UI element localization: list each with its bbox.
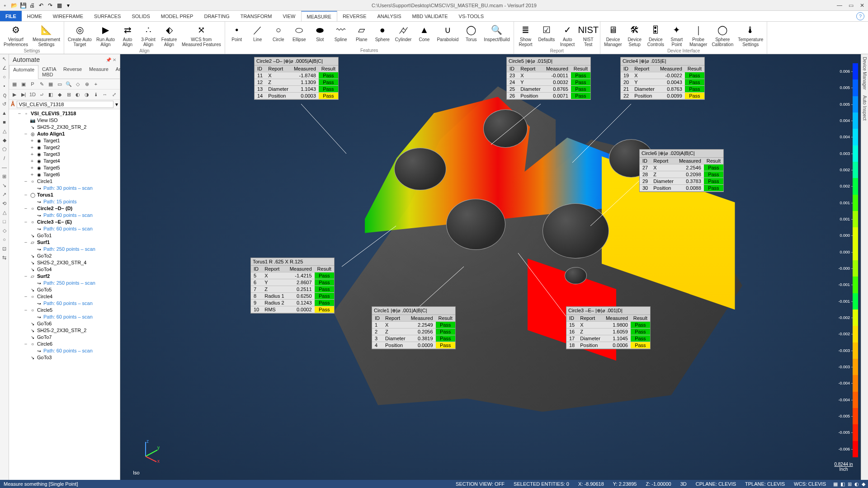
ribbon-paraboloid[interactable]: ∪Paraboloid bbox=[435, 23, 460, 43]
status-icon-1[interactable]: ▦ bbox=[833, 481, 838, 487]
tree-row[interactable]: ↝Path: 250 points – scan bbox=[9, 246, 120, 253]
left-tool-14[interactable]: ↘ bbox=[1, 183, 8, 189]
panel-tb1-btn-1[interactable]: ▣ bbox=[20, 80, 27, 88]
ribbon-cone[interactable]: ▲Cone bbox=[414, 23, 434, 43]
tree-expander-icon[interactable]: − bbox=[24, 192, 28, 198]
tree-row[interactable]: ↘GoTo1 bbox=[9, 232, 120, 239]
tree-expander-icon[interactable]: − bbox=[24, 273, 28, 280]
tree-expander-icon[interactable]: + bbox=[30, 151, 34, 158]
qat-print-icon[interactable]: 🖨 bbox=[29, 2, 35, 9]
status-section[interactable]: SECTION VIEW: OFF bbox=[451, 481, 509, 487]
help-icon[interactable]: ? bbox=[856, 12, 864, 20]
ribbon-nist-test[interactable]: NISTNIST Test bbox=[578, 23, 598, 48]
tree-row[interactable]: 📷View ISO bbox=[9, 117, 120, 124]
panel-tb2-btn-0[interactable]: ▶ bbox=[11, 91, 18, 98]
left-tool-22[interactable]: ⇆ bbox=[1, 255, 8, 261]
left-tool-17[interactable]: △ bbox=[1, 210, 8, 216]
tree-expander-icon[interactable]: − bbox=[24, 239, 28, 246]
callout-c2[interactable]: Circle2 –D– |⊕|⌀ .0005|A|B|C|IDReportMea… bbox=[254, 57, 339, 100]
callout-c4[interactable]: Circle4 |⊕|⌀ .015|E|IDReportMeasuredResu… bbox=[620, 57, 705, 100]
ribbon-ellipse[interactable]: ⬭Ellipse bbox=[289, 23, 309, 43]
status-icon-5[interactable]: ◆ bbox=[862, 481, 865, 487]
tree-row[interactable]: ↘GoTo4 bbox=[9, 266, 120, 273]
panel-tb2-btn-2[interactable]: 1D bbox=[29, 91, 36, 98]
ribbon-feature-align[interactable]: ⬖Feature Align bbox=[159, 23, 179, 48]
ribbon-create-auto-target[interactable]: ◎Create Auto Target bbox=[66, 23, 94, 48]
ribbon-device-controls[interactable]: 🎛Device Controls bbox=[646, 23, 666, 48]
tree-row[interactable]: −○Circle6 bbox=[9, 341, 120, 347]
left-tool-9[interactable]: ◆ bbox=[1, 137, 8, 144]
tab-home[interactable]: HOME bbox=[22, 11, 47, 21]
tree-row[interactable]: −▱Surf1 bbox=[9, 239, 120, 246]
qat-save-icon[interactable]: 💾 bbox=[20, 2, 26, 9]
tree-expander-icon[interactable]: + bbox=[30, 144, 34, 151]
tree-row[interactable]: ↘SH25-2_2X30_STR_2 bbox=[9, 327, 120, 334]
panel-tb2-btn-6[interactable]: ⊞ bbox=[65, 91, 72, 98]
tree-expander-icon[interactable]: − bbox=[24, 131, 28, 137]
left-tool-2[interactable]: ○ bbox=[1, 74, 8, 80]
panel-tab-catia-mbd[interactable]: CATIA MBD bbox=[38, 65, 60, 79]
ribbon-torus[interactable]: ◯Torus bbox=[461, 23, 481, 43]
ribbon-3-point-align[interactable]: ∴3-Point Align bbox=[138, 23, 158, 48]
tree-row[interactable]: ↘SH25-2_2X30_STR_2 bbox=[9, 124, 120, 131]
left-tool-21[interactable]: ⊡ bbox=[1, 246, 8, 252]
tree-row[interactable]: +◉Target3 bbox=[9, 151, 120, 158]
ribbon-smart-point[interactable]: ✦Smart Point bbox=[667, 23, 687, 48]
qat-undo-icon[interactable]: ↶ bbox=[38, 2, 44, 9]
tree-expander-icon[interactable]: − bbox=[24, 178, 28, 185]
ribbon-sphere[interactable]: ●Sphere bbox=[373, 23, 392, 43]
tree-expander-icon[interactable]: − bbox=[24, 341, 28, 347]
tree-row[interactable]: ↝Path: 60 points – scan bbox=[9, 347, 120, 354]
tree-row[interactable]: ↘GoTo6 bbox=[9, 320, 120, 327]
left-tool-15[interactable]: ↗ bbox=[1, 192, 8, 198]
tree-row[interactable]: ↘GoTo7 bbox=[9, 334, 120, 341]
tree-expander-icon[interactable]: − bbox=[24, 307, 28, 314]
tab-solids[interactable]: SOLIDS bbox=[126, 11, 155, 21]
ribbon-device-manager[interactable]: 🖥Device Manager bbox=[602, 23, 623, 48]
tree-expander-icon[interactable]: + bbox=[30, 137, 34, 144]
ribbon-measurement-settings[interactable]: 📐Measurement Settings bbox=[31, 23, 62, 48]
panel-tab-measure[interactable]: Measure bbox=[85, 65, 112, 79]
ribbon-show-report[interactable]: ≣Show Report bbox=[516, 23, 536, 48]
ribbon-sphere-calibration[interactable]: ◯Sphere Calibration bbox=[710, 23, 735, 48]
tree-row[interactable]: +◉Target4 bbox=[9, 158, 120, 164]
tree-row[interactable]: +◉Target6 bbox=[9, 171, 120, 178]
qat-new-icon[interactable]: ▫ bbox=[2, 2, 8, 9]
tree-row[interactable]: −○Circle2 –D– (D) bbox=[9, 205, 120, 212]
panel-tb1-btn-9[interactable]: + bbox=[92, 80, 99, 88]
ribbon-verisurf-preferences[interactable]: ⚙Verisurf Preferences bbox=[2, 23, 30, 48]
ribbon-temperature-settings[interactable]: 🌡Temperature Settings bbox=[736, 23, 765, 48]
left-tool-13[interactable]: ⊞ bbox=[1, 174, 8, 180]
ribbon-spline[interactable]: 〰Spline bbox=[331, 23, 351, 43]
tab-surfaces[interactable]: SURFACES bbox=[89, 11, 126, 21]
callout-t1[interactable]: Torus1 R .625 X R.125IDReportMeasuredRes… bbox=[250, 258, 335, 314]
right-tab-device-manager[interactable]: Device Manager bbox=[862, 57, 867, 90]
tree-row[interactable]: −○Circle3 –E– (E) bbox=[9, 219, 120, 225]
tree-row[interactable]: −▫VSI_CLEVIS_71318 bbox=[9, 110, 120, 117]
ribbon-line[interactable]: ／Line bbox=[248, 23, 268, 43]
ribbon-wcs-from-measured-features[interactable]: ⤧WCS from Measured Features bbox=[180, 23, 223, 48]
left-tool-5[interactable]: ↺ bbox=[1, 101, 8, 108]
tree-row[interactable]: +◉Target2 bbox=[9, 144, 120, 151]
status-cplane[interactable]: CPLANE: CLEVIS bbox=[691, 481, 741, 487]
tree-row[interactable]: ↘GoTo3 bbox=[9, 354, 120, 361]
left-tool-0[interactable]: ↖ bbox=[1, 56, 8, 62]
callout-c3[interactable]: Circle3 –E– |⊕|⌀ .001|D|IDReportMeasured… bbox=[566, 306, 651, 349]
tab-file[interactable]: FILE bbox=[0, 11, 22, 21]
viewport-3d[interactable]: Circle2 –D– |⊕|⌀ .0005|A|B|C|IDReportMea… bbox=[120, 54, 861, 480]
panel-tb1-btn-6[interactable]: 🔍 bbox=[65, 80, 72, 88]
left-tool-3[interactable]: • bbox=[1, 83, 8, 89]
close-icon[interactable]: ✕ bbox=[860, 2, 864, 9]
panel-tb2-btn-11[interactable]: ⤢ bbox=[110, 91, 118, 98]
tab-measure[interactable]: MEASURE bbox=[301, 11, 337, 21]
panel-tb2-btn-10[interactable]: ↔ bbox=[101, 91, 108, 98]
tree-expander-icon[interactable]: − bbox=[24, 293, 28, 300]
panel-tb1-btn-2[interactable]: P bbox=[29, 80, 36, 88]
ribbon-defaults[interactable]: ☑Defaults bbox=[537, 23, 557, 43]
status-icon-3[interactable]: ⊞ bbox=[848, 481, 852, 487]
panel-tb1-btn-3[interactable]: ✎ bbox=[38, 80, 45, 88]
tab-drafting[interactable]: DRAFTING bbox=[198, 11, 235, 21]
panel-tb1-btn-0[interactable]: ▦ bbox=[11, 80, 18, 88]
panel-tab-reverse[interactable]: Reverse bbox=[60, 65, 85, 79]
tree-row[interactable]: ↝Path: 60 points – scan bbox=[9, 212, 120, 219]
